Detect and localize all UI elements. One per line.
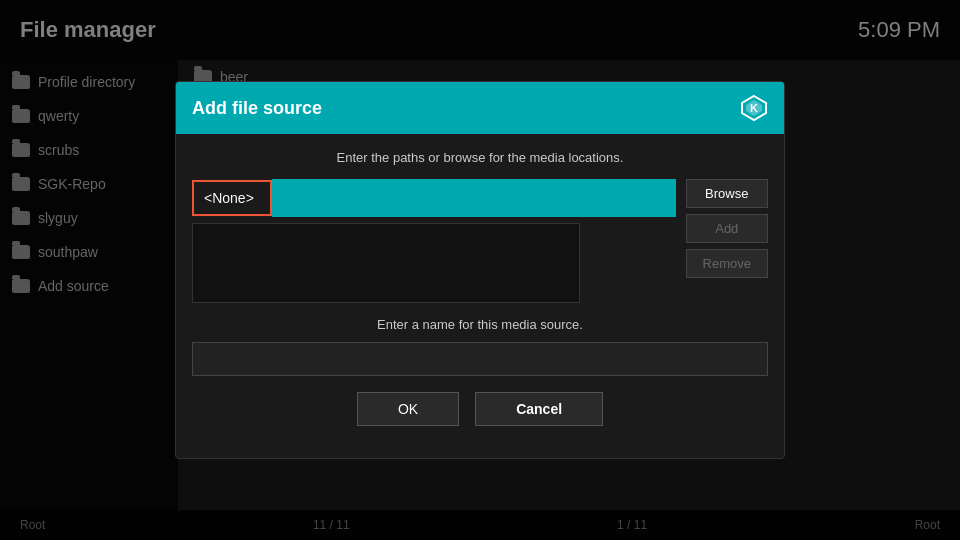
- path-input[interactable]: [272, 179, 676, 217]
- kodi-logo-icon: K: [740, 94, 768, 122]
- browse-button[interactable]: Browse: [686, 179, 768, 208]
- add-file-source-dialog: Add file source K Enter the paths or bro…: [175, 81, 785, 459]
- modal-title: Add file source: [192, 98, 322, 119]
- path-left-section: <None>: [192, 179, 676, 317]
- path-area: <None> Browse Add Remove: [192, 179, 768, 317]
- remove-button[interactable]: Remove: [686, 249, 768, 278]
- side-buttons: Browse Add Remove: [686, 179, 768, 278]
- none-button[interactable]: <None>: [192, 180, 272, 216]
- modal-body: Enter the paths or browse for the media …: [176, 134, 784, 458]
- name-input[interactable]: [192, 342, 768, 376]
- paths-subtitle: Enter the paths or browse for the media …: [192, 150, 768, 165]
- ok-button[interactable]: OK: [357, 392, 459, 426]
- name-subtitle: Enter a name for this media source.: [192, 317, 768, 332]
- cancel-button[interactable]: Cancel: [475, 392, 603, 426]
- add-button[interactable]: Add: [686, 214, 768, 243]
- svg-text:K: K: [750, 102, 758, 114]
- modal-header: Add file source K: [176, 82, 784, 134]
- paths-list: [192, 223, 580, 303]
- path-row: <None>: [192, 179, 676, 217]
- modal-footer: OK Cancel: [192, 392, 768, 442]
- modal-overlay: Add file source K Enter the paths or bro…: [0, 0, 960, 540]
